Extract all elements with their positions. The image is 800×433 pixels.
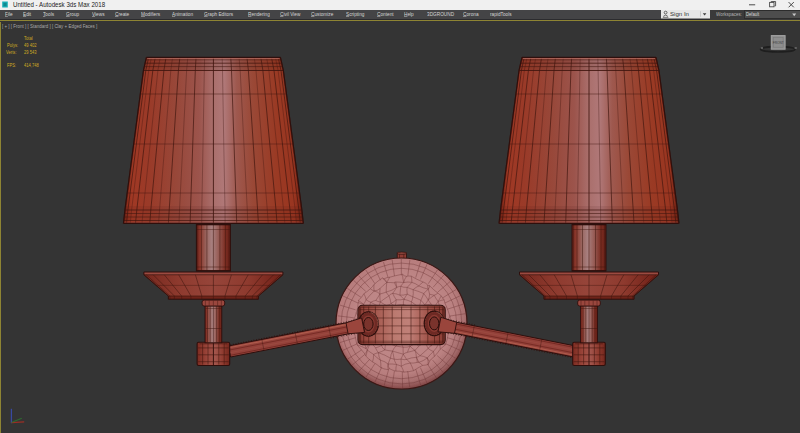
svg-text:FRONT: FRONT — [773, 41, 784, 45]
